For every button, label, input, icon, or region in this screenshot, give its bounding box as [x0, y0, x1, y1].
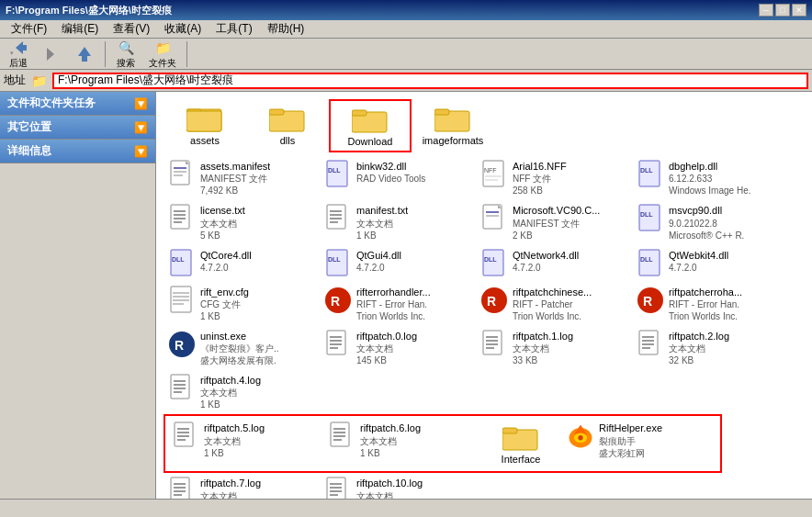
list-item[interactable]: DLL QtGui4.dll 4.7.2.0: [320, 245, 476, 282]
file-name: Microsoft.VC90.C...: [513, 204, 600, 217]
list-item[interactable]: DLL msvcp90.dll 9.0.21022.8 Microsoft® C…: [632, 200, 788, 244]
list-item[interactable]: R riftpatchchinese... RIFT - Patcher Tri…: [476, 282, 632, 326]
svg-rect-50: [483, 250, 503, 275]
file-meta: 《时空裂痕》客户..: [200, 343, 279, 354]
search-button[interactable]: 🔍 搜索: [111, 36, 141, 73]
list-item[interactable]: DLL binkw32.dll RAD Video Tools: [320, 156, 476, 200]
svg-rect-10: [269, 109, 284, 115]
file-info: QtNetwork4.dll 4.7.2.0: [513, 249, 579, 274]
file-name: QtWebkit4.dll: [669, 249, 728, 262]
list-item[interactable]: DLL QtCore4.dll 4.7.2.0: [164, 245, 320, 282]
toolbar-separator-2: [186, 41, 187, 67]
file-info: riftpatch.2.log 文本文档 32 KB: [669, 330, 729, 366]
list-item[interactable]: riftpatch.2.log 文本文档 32 KB: [632, 326, 788, 370]
list-item[interactable]: DLL QtNetwork4.dll 4.7.2.0: [476, 245, 632, 282]
file-name: rift_env.cfg: [200, 286, 249, 298]
list-item[interactable]: DLL dbghelp.dll 6.12.2.633 Windows Image…: [632, 156, 788, 200]
file-name: riftpatchchinese...: [513, 286, 592, 298]
file-size: 1 KB: [360, 447, 421, 459]
file-info: assets.manifest MANIFEST 文件 7,492 KB: [200, 160, 270, 197]
file-size: 145 KB: [356, 354, 417, 366]
highlighted-section: riftpatch.5.log 文本文档 1 KB: [164, 414, 722, 473]
close-button[interactable]: ✕: [792, 4, 806, 17]
maximize-button[interactable]: □: [775, 4, 790, 17]
list-item[interactable]: riftpatch.6.log 文本文档 1 KB: [323, 418, 479, 469]
file-icon-log6: [327, 421, 356, 451]
list-item[interactable]: riftpatch.10.log 文本文档 1 KB: [320, 473, 476, 499]
main-area: 文件和文件夹任务 🔽 其它位置 🔽 详细信息 🔽: [0, 92, 812, 499]
search-icon: 🔍: [116, 39, 136, 57]
svg-rect-92: [331, 422, 349, 446]
folder-icon: [186, 104, 223, 133]
folder-dlls[interactable]: dlls: [246, 99, 329, 152]
file-name: QtCore4.dll: [200, 249, 252, 262]
file-meta: 4.7.2.0: [513, 262, 579, 274]
minimize-button[interactable]: ─: [759, 4, 773, 17]
list-item[interactable]: riftpatch.5.log 文本文档 1 KB: [167, 418, 323, 469]
file-meta: 文本文档: [356, 343, 417, 354]
list-item[interactable]: NFF Arial16.NFF NFF 文件 258 KB: [476, 156, 632, 200]
list-item[interactable]: riftpatch.7.log 文本文档 142 KB: [164, 473, 320, 499]
svg-rect-72: [483, 331, 502, 354]
other-header[interactable]: 其它位置 🔽: [0, 116, 155, 139]
tasks-header[interactable]: 文件和文件夹任务 🔽: [0, 92, 155, 115]
folder-icon: [269, 104, 306, 133]
window-title: F:\Program Files\盛大网络\时空裂痕: [6, 4, 172, 17]
folders-button[interactable]: 📁 文件夹: [144, 36, 181, 73]
folder-assets[interactable]: assets: [164, 99, 246, 152]
menu-help[interactable]: 帮助(H): [260, 19, 312, 39]
file-name: riftpatcherroha...: [669, 286, 742, 298]
svg-rect-29: [171, 205, 189, 229]
file-size: 258 KB: [513, 185, 567, 197]
menu-edit[interactable]: 编辑(E): [54, 19, 106, 39]
forward-icon: [41, 45, 62, 63]
list-item[interactable]: riftpatch.4.log 文本文档 1 KB: [164, 370, 320, 414]
back-button[interactable]: ▾ 后退: [4, 36, 33, 73]
list-item[interactable]: Microsoft.VC90.C... MANIFEST 文件 2 KB: [476, 200, 632, 244]
file-meta: NFF 文件: [513, 173, 567, 185]
file-meta: 裂痕助手: [599, 435, 662, 447]
file-icon-dll5: DLL: [323, 249, 353, 278]
file-info: dbghelp.dll 6.12.2.633 Windows Image He.: [669, 160, 750, 197]
up-button[interactable]: [70, 42, 99, 66]
menu-tools[interactable]: 工具(T): [209, 19, 259, 39]
list-item[interactable]: manifest.txt 文本文档 1 KB: [320, 200, 476, 244]
file-icon-rifthelper: [566, 421, 595, 451]
file-icon-log7: [167, 477, 197, 499]
details-section: 详细信息 🔽: [0, 140, 155, 163]
svg-text:R: R: [643, 294, 652, 309]
file-info: riftpatch.5.log 文本文档 1 KB: [204, 421, 265, 458]
folder-interface[interactable]: Interface: [479, 418, 562, 469]
list-item[interactable]: rift_env.cfg CFG 文件 1 KB: [164, 282, 320, 326]
file-info: riftpatch.4.log 文本文档 1 KB: [200, 374, 261, 410]
list-item[interactable]: R rifterrorhandler... RIFT - Error Han. …: [320, 282, 476, 326]
file-icon-log10: [323, 477, 353, 499]
details-header[interactable]: 详细信息 🔽: [0, 140, 155, 163]
list-item[interactable]: riftpatch.1.log 文本文档 33 KB: [476, 326, 632, 370]
folder-imageformats[interactable]: imageformats: [412, 99, 494, 152]
list-item[interactable]: DLL QtWebkit4.dll 4.7.2.0: [632, 245, 788, 282]
file-name: Arial16.NFF: [513, 160, 567, 173]
address-input[interactable]: [52, 73, 808, 89]
list-item[interactable]: R uninst.exe 《时空裂痕》客户.. 盛大网络发展有限.: [164, 326, 320, 370]
list-item[interactable]: riftpatch.0.log 文本文档 145 KB: [320, 326, 476, 370]
list-item[interactable]: R riftpatcherroha... RIFT - Error Han. T…: [632, 282, 788, 326]
file-icon-txt2: [323, 204, 353, 233]
svg-marker-0: [16, 41, 23, 54]
file-size: 5 KB: [200, 230, 245, 242]
file-icon-manifest2: [479, 204, 509, 233]
list-item[interactable]: assets.manifest MANIFEST 文件 7,492 KB: [164, 156, 320, 200]
list-item[interactable]: license.txt 文本文档 5 KB: [164, 200, 320, 244]
file-info: binkw32.dll RAD Video Tools: [356, 160, 425, 185]
address-label: 地址: [4, 73, 26, 88]
svg-rect-54: [171, 287, 191, 312]
file-icon-rift2: R: [479, 286, 509, 315]
list-item[interactable]: RiftHelper.exe 裂痕助手 盛大彩虹网: [562, 418, 718, 469]
file-meta2: Trion Worlds Inc.: [356, 310, 431, 322]
svg-text:DLL: DLL: [640, 167, 653, 174]
file-info: Arial16.NFF NFF 文件 258 KB: [513, 160, 567, 197]
svg-text:DLL: DLL: [172, 256, 185, 263]
file-info: msvcp90.dll 9.0.21022.8 Microsoft® C++ R…: [669, 204, 744, 241]
folder-download[interactable]: Download: [329, 99, 412, 152]
forward-button[interactable]: [37, 42, 66, 66]
